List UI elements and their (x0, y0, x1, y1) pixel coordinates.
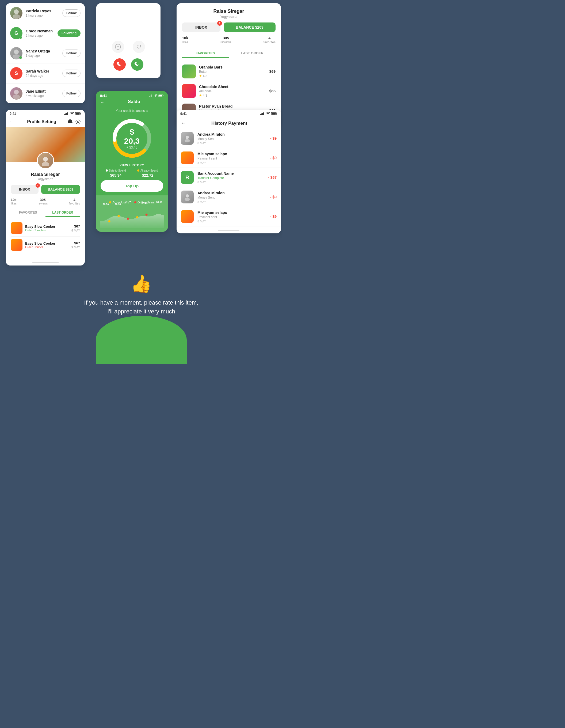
balance-amount: $ 20,3 (121, 127, 143, 146)
history-amount: - $9 (270, 195, 277, 199)
follower-time: 4 weeks ago (26, 94, 62, 98)
signal-icon (64, 112, 69, 115)
topup-button[interactable]: Top Up (101, 180, 163, 192)
saldo-subtitle: Your credit balances is (96, 107, 168, 114)
avatar (10, 7, 22, 19)
svg-rect-21 (159, 95, 162, 96)
home-indicator (218, 230, 240, 231)
order-price-date: $67 8 MAY (71, 224, 80, 232)
svg-rect-9 (66, 113, 67, 115)
thumbs-up-emoji: 👍 (5, 274, 277, 294)
status-bar: 9:41 (177, 110, 281, 117)
follower-item: S Sarah Walker 24 days ago Follow (6, 63, 85, 84)
avatar (10, 87, 22, 100)
balance-legend: Safe to Spend $65.34 Already Spend $22.7… (96, 168, 168, 180)
history-amount: - $9 (270, 156, 277, 160)
svg-point-13 (77, 121, 79, 123)
contact-avatar (181, 132, 194, 145)
time-display: 9:41 (10, 112, 16, 116)
profile-tabs: FAVORITES LAST ORDER (182, 49, 276, 58)
svg-point-0 (14, 9, 19, 14)
food-info: Chocolate Sheet Almonds ★ 4.3 (199, 85, 270, 97)
history-payment-panel: 9:41 ← History Payment Andrea Miralon Mo… (177, 110, 281, 233)
follow-button[interactable]: Follow (62, 70, 81, 77)
svg-rect-8 (65, 113, 66, 115)
followers-panel: Patricia Reyes 1 hours ago Follow G Grac… (6, 3, 85, 103)
svg-point-14 (43, 157, 48, 162)
stat-likes: 10k likes (182, 36, 188, 44)
profile-location: Yogyakarta (11, 177, 80, 181)
svg-rect-26 (261, 113, 262, 115)
svg-rect-17 (150, 96, 151, 97)
history-item: Mie ayam selapo Payment sent 8 MAY - $9 (177, 148, 281, 168)
tab-favorites[interactable]: FAVORITES (11, 209, 46, 217)
inbox-button[interactable]: INBOX 2 (182, 22, 221, 32)
tab-last-order[interactable]: LAST ORDER (46, 209, 80, 217)
profile-stats: 10k likes 305 reviews 4 favorites (182, 36, 276, 44)
already-dot (137, 169, 139, 172)
back-button[interactable]: ← (10, 119, 14, 124)
chart-point (146, 214, 148, 216)
follower-time: 1 hours ago (26, 14, 62, 17)
balance-button[interactable]: BALANCE $203 (41, 185, 80, 194)
rating-text: If you have a moment, please rate this i… (5, 298, 277, 316)
safe-dot (106, 169, 108, 172)
chart-label: $0.49 (142, 202, 148, 204)
stat-likes: 10k likes (11, 198, 17, 205)
order-info: Easy Slow Cooker Order Cancel (25, 241, 71, 249)
follower-info: Grace Newman 2 hours ago (26, 29, 58, 37)
profile-action-buttons: INBOX 2 BALANCE $203 (11, 185, 80, 194)
following-button[interactable]: Following (58, 29, 81, 37)
message-button[interactable] (112, 41, 124, 53)
svg-point-5 (13, 94, 20, 99)
history-amount: - $9 (270, 136, 277, 141)
follower-time: 24 days ago (26, 74, 62, 78)
history-info: Bank Account Name Transfer Complete 8 MA… (198, 171, 268, 184)
chart-svg (100, 207, 164, 228)
call-secondary-actions (112, 41, 145, 53)
battery-icon (75, 112, 81, 115)
back-button[interactable]: ← (100, 99, 104, 106)
food-info: Granola Bars Butter ★ 4.3 (199, 65, 270, 78)
accept-call-button[interactable] (131, 58, 143, 71)
back-button[interactable]: ← (181, 120, 186, 126)
follower-name: Jane Elliott (26, 89, 62, 93)
decline-call-button[interactable] (113, 58, 126, 71)
follower-time: 2 hours ago (26, 34, 58, 37)
order-item: Easy Slow Cooker Order Cancel $67 9 MAY (11, 237, 80, 253)
inbox-button[interactable]: INBOX 2 (11, 185, 39, 194)
history-info: Andrea Miralon Money Sent 8 MAY (198, 191, 270, 203)
online-dot (19, 36, 22, 39)
stat-favorites: 4 favorites (264, 36, 276, 44)
contact-avatar (181, 191, 194, 203)
status-icons (260, 112, 277, 115)
svg-point-3 (13, 54, 20, 59)
heart-button[interactable] (133, 41, 145, 53)
avatar-circle: S (10, 67, 22, 79)
history-info: Andrea Miralon Money Sent 8 MAY (198, 132, 270, 145)
follower-item: Nancy Ortega 1 day ago Follow (6, 43, 85, 63)
status-bar: 9:41 (96, 91, 168, 99)
battery-icon (158, 94, 164, 97)
view-history-link[interactable]: VIEW HISTORY (96, 161, 168, 168)
star-icon: ★ (199, 94, 202, 97)
star-icon: ★ (199, 74, 202, 78)
follow-button[interactable]: Follow (62, 9, 81, 17)
svg-point-2 (14, 50, 19, 54)
history-info: Mie ayam selapo Payment sent 8 MAY (198, 152, 270, 164)
svg-rect-30 (272, 113, 276, 115)
signal-icon (260, 112, 265, 115)
settings-icon[interactable] (75, 119, 81, 125)
follow-button[interactable]: Follow (62, 90, 81, 97)
notification-icon[interactable] (67, 119, 73, 125)
profile-cover-photo (6, 127, 85, 162)
follow-button[interactable]: Follow (62, 50, 81, 57)
food-item: Granola Bars Butter ★ 4.3 $69 (182, 62, 276, 81)
wifi-icon (70, 112, 74, 115)
balance-button[interactable]: BALANCE $203 (224, 22, 276, 32)
tab-favorites[interactable]: FAVORITES (182, 49, 229, 58)
wifi-icon (154, 94, 158, 97)
tab-last-order[interactable]: LAST ORDER (229, 49, 276, 58)
chart-point (127, 218, 129, 220)
follower-name: Patricia Reyes (26, 9, 62, 13)
